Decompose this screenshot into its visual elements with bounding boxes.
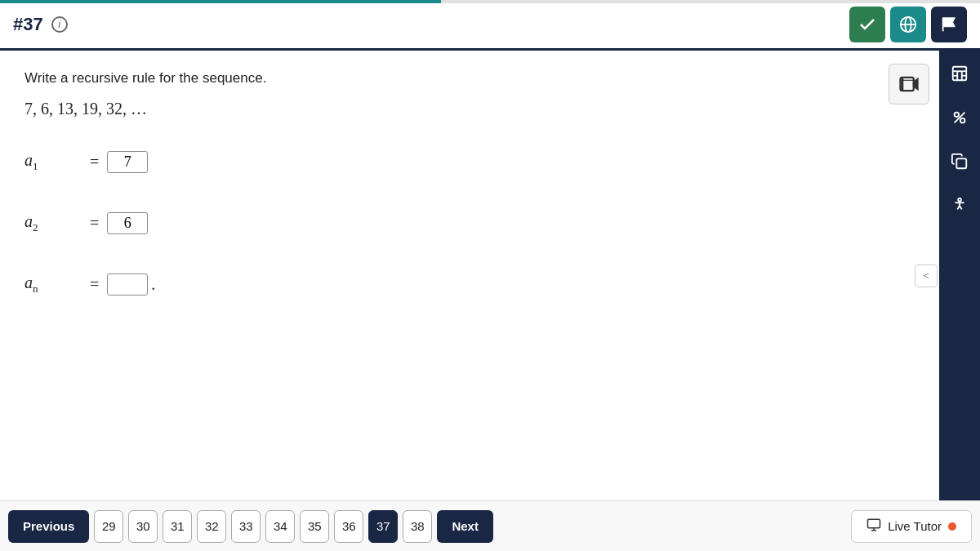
svg-point-11 (960, 118, 965, 123)
accessibility-icon[interactable] (945, 191, 974, 220)
nav-number-32[interactable]: 32 (197, 510, 226, 543)
an-row: an = . (24, 273, 880, 295)
svg-marker-16 (914, 79, 918, 89)
a2-row: a2 = (24, 212, 880, 234)
a2-input[interactable] (107, 212, 148, 234)
a1-input[interactable] (107, 151, 148, 173)
collapse-button[interactable]: < (915, 264, 938, 287)
nav-number-36[interactable]: 36 (334, 510, 363, 543)
header: #37 i (0, 0, 980, 51)
main-content: Write a recursive rule for the sequence.… (0, 51, 938, 500)
collapse-icon: < (923, 269, 929, 282)
header-left: #37 i (13, 14, 68, 35)
a1-equals: = (90, 153, 99, 171)
an-subscript: n (33, 282, 38, 295)
sidebar (939, 51, 980, 500)
calculator-icon[interactable] (945, 59, 974, 88)
an-input[interactable] (107, 273, 148, 295)
a1-label: a1 (24, 151, 82, 173)
svg-point-14 (958, 198, 961, 202)
problem-text: Write a recursive rule for the sequence. (24, 70, 880, 87)
copy-icon[interactable] (945, 147, 974, 176)
nav-number-29[interactable]: 29 (94, 510, 123, 543)
check-button[interactable] (849, 7, 885, 42)
nav-number-33[interactable]: 33 (231, 510, 261, 543)
sequence-text: 7, 6, 13, 19, 32, … (24, 100, 880, 118)
a1-subscript: 1 (33, 160, 38, 172)
progress-bar-fill (0, 0, 441, 3)
live-tutor-icon (866, 518, 881, 535)
bottom-nav: Previous 29 30 31 32 33 34 35 36 37 38 N… (0, 500, 980, 551)
an-equals: = (90, 275, 99, 294)
svg-rect-4 (953, 67, 967, 81)
a1-row: a1 = (24, 151, 880, 173)
live-indicator-dot (948, 522, 956, 531)
nav-number-35[interactable]: 35 (300, 510, 329, 543)
percent-icon[interactable] (945, 103, 974, 132)
nav-number-30[interactable]: 30 (128, 510, 158, 543)
progress-bar (0, 0, 980, 3)
a2-subscript: 2 (33, 221, 38, 233)
problem-number: #37 (13, 14, 43, 35)
nav-number-31[interactable]: 31 (163, 510, 192, 543)
live-tutor-button[interactable]: Live Tutor (851, 510, 972, 543)
nav-number-37[interactable]: 37 (368, 510, 398, 543)
a2-equals: = (90, 214, 99, 233)
live-tutor-label: Live Tutor (888, 519, 942, 533)
svg-rect-19 (868, 519, 880, 528)
an-label: an (24, 273, 82, 295)
nav-number-38[interactable]: 38 (403, 510, 432, 543)
header-right (849, 7, 967, 42)
video-button[interactable] (889, 64, 929, 104)
info-icon[interactable]: i (51, 16, 68, 33)
previous-button[interactable]: Previous (8, 510, 89, 543)
nav-number-34[interactable]: 34 (265, 510, 295, 543)
a2-label: a2 (24, 212, 82, 234)
svg-point-10 (955, 113, 960, 118)
next-button[interactable]: Next (437, 510, 493, 543)
svg-rect-13 (956, 158, 966, 168)
flag-button[interactable] (931, 7, 967, 42)
globe-button[interactable] (890, 7, 926, 42)
svg-line-12 (955, 113, 965, 123)
an-dot: . (151, 275, 155, 294)
